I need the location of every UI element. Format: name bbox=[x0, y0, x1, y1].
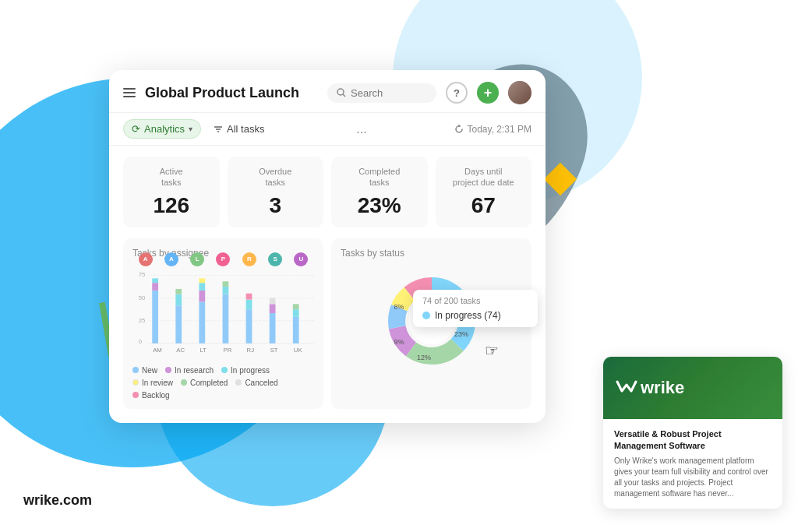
dashboard-card: Global Product Launch ? + ⟳ Analytics ▾ bbox=[109, 70, 546, 423]
avatar-lt: L bbox=[190, 252, 204, 266]
legend-progress-dot bbox=[221, 367, 228, 373]
wrike-logo: wrike bbox=[616, 378, 684, 398]
legend-research-dot bbox=[165, 367, 171, 373]
legend-canceled: Canceled bbox=[235, 379, 277, 387]
avatar-st: S bbox=[268, 252, 282, 266]
sync-timestamp: Today, 2:31 PM bbox=[468, 124, 532, 135]
tooltip-item: In progress (74) bbox=[422, 310, 528, 321]
analytics-icon: ⟳ bbox=[132, 123, 140, 135]
legend-completed: Completed bbox=[181, 379, 228, 387]
avatar-uk: U bbox=[294, 252, 308, 266]
legend-backlog: Backlog bbox=[132, 391, 170, 400]
svg-text:UK: UK bbox=[294, 347, 303, 354]
help-button[interactable]: ? bbox=[446, 82, 468, 104]
svg-text:25: 25 bbox=[139, 316, 146, 323]
wrike-tagline: Versatile & Robust Project Management So… bbox=[614, 428, 772, 451]
legend-completed-label: Completed bbox=[190, 379, 228, 387]
more-button[interactable]: ... bbox=[356, 122, 366, 136]
svg-text:8%: 8% bbox=[394, 303, 404, 311]
tooltip-count: 74 of 200 tasks bbox=[422, 296, 528, 305]
legend-new-dot bbox=[132, 367, 139, 373]
sync-icon bbox=[454, 125, 464, 134]
filter-label: All tasks bbox=[227, 123, 264, 135]
filter-icon bbox=[214, 125, 223, 134]
svg-text:75: 75 bbox=[139, 271, 146, 278]
legend-canceled-dot bbox=[235, 379, 242, 386]
svg-text:AC: AC bbox=[176, 347, 185, 354]
svg-rect-20 bbox=[199, 290, 205, 301]
legend-new: New bbox=[132, 366, 157, 375]
avatar-pr: P bbox=[216, 252, 230, 266]
wrike-body: Versatile & Robust Project Management So… bbox=[603, 419, 782, 509]
legend-review-label: In review bbox=[142, 379, 173, 387]
add-button[interactable]: + bbox=[477, 82, 499, 104]
stat-overdue-tasks: Overduetasks 3 bbox=[228, 157, 324, 227]
legend-in-research: In research bbox=[165, 366, 214, 375]
svg-rect-28 bbox=[246, 293, 252, 299]
bar-chart-legend: New In research In progress In review Co… bbox=[132, 366, 314, 400]
svg-rect-22 bbox=[199, 278, 205, 283]
hamburger-menu[interactable] bbox=[123, 88, 136, 97]
legend-canceled-label: Canceled bbox=[245, 379, 277, 387]
donut-chart-section: Tasks by status bbox=[331, 238, 531, 409]
svg-text:ST: ST bbox=[270, 347, 278, 354]
card-header: Global Product Launch ? + bbox=[109, 70, 546, 113]
avatar-ac: A bbox=[164, 252, 178, 266]
analytics-label: Analytics bbox=[144, 123, 185, 135]
svg-rect-26 bbox=[246, 309, 252, 344]
svg-text:RJ: RJ bbox=[247, 347, 255, 354]
wrike-card[interactable]: wrike Versatile & Robust Project Managem… bbox=[603, 357, 782, 509]
svg-rect-19 bbox=[199, 301, 205, 343]
donut-area: 37% 23% 12% 9% 8% 74 of 200 tasks In pro… bbox=[341, 266, 522, 375]
avatar-am: A bbox=[139, 252, 153, 266]
wrike-header: wrike bbox=[603, 357, 782, 419]
svg-rect-31 bbox=[270, 298, 276, 304]
tooltip-popup: 74 of 200 tasks In progress (74) bbox=[413, 290, 538, 327]
stat-days-remaining: Days untilproject due date 67 bbox=[436, 157, 532, 227]
svg-rect-17 bbox=[175, 294, 182, 305]
bar-chart-section: Tasks by assignee A A L P R S U 75 50 25 bbox=[123, 238, 323, 409]
card-title: Global Product Launch bbox=[145, 85, 318, 101]
search-input[interactable] bbox=[351, 87, 421, 99]
svg-rect-18 bbox=[175, 289, 182, 294]
legend-backlog-dot bbox=[132, 392, 139, 398]
svg-rect-14 bbox=[152, 283, 158, 291]
stat-days-value: 67 bbox=[447, 193, 521, 218]
bar-chart-svg: 75 50 25 0 bbox=[132, 266, 314, 360]
svg-text:LT: LT bbox=[200, 347, 207, 354]
svg-rect-27 bbox=[246, 299, 252, 309]
wrike-logo-icon bbox=[616, 380, 637, 396]
search-bar[interactable] bbox=[327, 83, 436, 103]
svg-rect-33 bbox=[293, 309, 299, 317]
svg-rect-21 bbox=[199, 283, 205, 291]
svg-rect-24 bbox=[223, 287, 229, 294]
svg-rect-15 bbox=[152, 278, 158, 283]
svg-text:23%: 23% bbox=[454, 330, 468, 338]
sync-info: Today, 2:31 PM bbox=[454, 124, 532, 135]
svg-text:12%: 12% bbox=[416, 354, 430, 361]
stat-overdue-value: 3 bbox=[238, 193, 313, 218]
assignee-avatars: A A L P R S U bbox=[132, 252, 314, 266]
analytics-button[interactable]: ⟳ Analytics ▾ bbox=[123, 119, 201, 139]
chevron-down-icon: ▾ bbox=[189, 125, 192, 133]
legend-in-review: In review bbox=[132, 379, 173, 387]
wrike-description: Only Wrike's work management platform gi… bbox=[614, 456, 772, 499]
legend-progress-label: In progress bbox=[231, 366, 270, 375]
legend-research-label: In research bbox=[175, 366, 214, 375]
legend-backlog-label: Backlog bbox=[142, 391, 170, 400]
svg-rect-13 bbox=[152, 290, 158, 343]
svg-point-0 bbox=[337, 89, 344, 95]
charts-row: Tasks by assignee A A L P R S U 75 50 25 bbox=[109, 238, 546, 423]
stat-completed-value: 23% bbox=[342, 193, 417, 218]
cursor-icon: ☞ bbox=[485, 341, 499, 360]
wrike-logo-text: wrike bbox=[641, 378, 684, 398]
legend-completed-dot bbox=[181, 379, 187, 386]
svg-rect-32 bbox=[293, 316, 299, 343]
donut-chart-title: Tasks by status bbox=[341, 248, 522, 259]
avatar[interactable] bbox=[508, 81, 531, 104]
svg-text:AM: AM bbox=[153, 347, 162, 354]
svg-text:0: 0 bbox=[139, 337, 142, 344]
svg-text:50: 50 bbox=[139, 294, 146, 301]
filter-button[interactable]: All tasks bbox=[209, 120, 269, 138]
svg-rect-29 bbox=[270, 313, 276, 344]
